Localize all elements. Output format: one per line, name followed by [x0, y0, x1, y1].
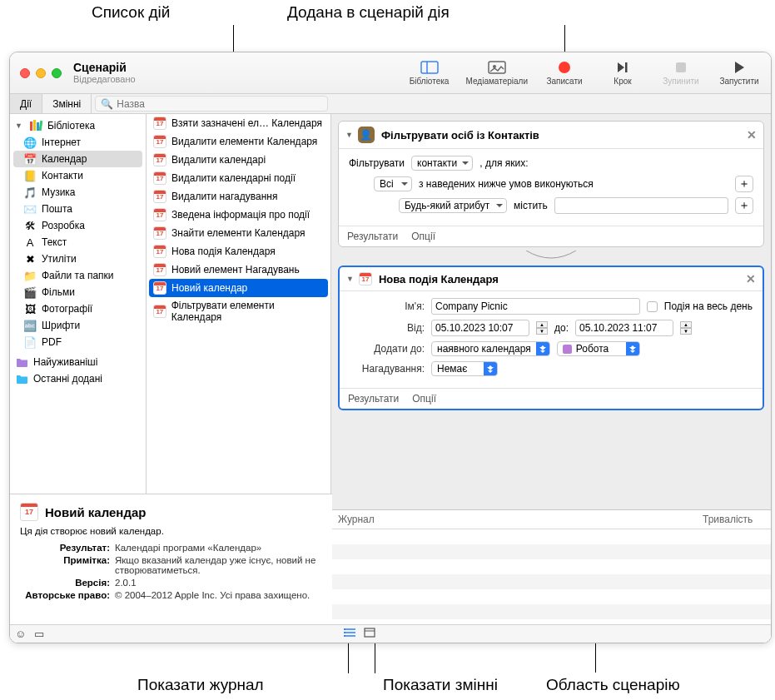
- search-field[interactable]: 🔍: [95, 96, 328, 112]
- to-date-input[interactable]: [575, 320, 673, 336]
- toolbar-media[interactable]: Медіаматеріали: [466, 60, 528, 86]
- all-any-select[interactable]: Всі: [374, 176, 412, 191]
- allday-checkbox[interactable]: [647, 301, 658, 312]
- sidebar-item-3[interactable]: 🎵Музика: [10, 184, 146, 201]
- action-row[interactable]: 17Фільтрувати елементи Календаря: [147, 297, 330, 325]
- action-row[interactable]: 17Взяти зазначені ел… Календаря: [147, 114, 330, 132]
- name-label: Ім'я:: [350, 300, 425, 312]
- callout-show-vars: Показати змінні: [383, 676, 498, 694]
- results-tab[interactable]: Результати: [348, 393, 399, 405]
- filter-actions-tab[interactable]: Дії: [10, 94, 42, 113]
- sidebar-item-icon: 🔤: [23, 319, 37, 332]
- toolbar-run[interactable]: Запустити: [718, 60, 761, 86]
- search-input[interactable]: [117, 98, 322, 110]
- smiley-icon[interactable]: ☺: [15, 628, 26, 640]
- remove-action-button[interactable]: ✕: [747, 128, 757, 141]
- info-copyright-key: Авторське право:: [20, 590, 115, 600]
- action-row[interactable]: 17Видалити нагадування: [147, 187, 330, 206]
- svg-rect-0: [421, 62, 438, 73]
- close-window-button[interactable]: [20, 68, 30, 78]
- calendar-icon: 17: [153, 135, 166, 148]
- show-log-button[interactable]: [344, 628, 355, 640]
- sidebar-footer-item-0[interactable]: Найуживаніші: [10, 354, 146, 370]
- action-label: Знайти елементи Календаря: [171, 227, 306, 239]
- sidebar-item-7[interactable]: ✖Утиліти: [10, 251, 146, 267]
- disclosure-icon[interactable]: ▼: [346, 275, 354, 283]
- results-tab[interactable]: Результати: [347, 231, 398, 242]
- library-group-icon: [29, 119, 42, 132]
- log-col-journal[interactable]: Журнал: [331, 510, 696, 529]
- sidebar-library-label: Бібліотека: [47, 120, 95, 132]
- sidebar-item-1[interactable]: 📅Календар: [13, 151, 142, 167]
- options-tab[interactable]: Опції: [412, 393, 436, 405]
- event-name-input[interactable]: [431, 298, 640, 315]
- callout-line: [375, 643, 375, 673]
- sidebar-item-icon: 🖼: [23, 302, 37, 315]
- sidebar-item-label: Інтернет: [42, 137, 81, 148]
- calendar-icon: 17: [153, 171, 166, 185]
- disclosure-icon[interactable]: ▼: [345, 131, 353, 139]
- from-label: Від:: [350, 322, 425, 334]
- add-condition-button[interactable]: ＋: [735, 197, 753, 214]
- calendar-select[interactable]: Робота: [557, 341, 640, 356]
- sidebar-item-2[interactable]: 📒Контакти: [10, 167, 146, 184]
- log-col-duration[interactable]: Тривалість: [696, 510, 771, 529]
- action-label: Нова подія Календаря: [171, 246, 276, 257]
- add-condition-button[interactable]: ＋: [735, 176, 753, 192]
- calendar-icon: 17: [153, 245, 166, 258]
- sidebar-item-6[interactable]: AТекст: [10, 234, 146, 251]
- sidebar-item-4[interactable]: ✉️Пошта: [10, 201, 146, 217]
- options-tab[interactable]: Опції: [411, 231, 435, 242]
- addto-select[interactable]: наявного календаря: [431, 341, 550, 356]
- stop-icon: [671, 60, 691, 75]
- from-date-input[interactable]: [431, 320, 529, 336]
- sidebar-item-9[interactable]: 🎬Фільми: [10, 284, 146, 300]
- sidebar-item-icon: 🎵: [23, 186, 37, 199]
- sidebar-item-8[interactable]: 📁Файли та папки: [10, 267, 146, 284]
- conditions-label: з наведених нижче умов виконуються: [419, 178, 594, 190]
- toolbar-run-label: Запустити: [719, 77, 758, 86]
- toolbar-library[interactable]: Бібліотека: [408, 60, 451, 86]
- reminder-label: Нагадування:: [350, 363, 425, 375]
- action-label: Фільтрувати елементи Календаря: [171, 300, 324, 323]
- info-note-val: Якщо вказаний календар уже існує, новий …: [115, 555, 322, 575]
- action-row[interactable]: 17Новий елемент Нагадувань: [147, 261, 330, 279]
- contains-value-input[interactable]: [554, 197, 728, 214]
- filter-type-select[interactable]: контакти: [411, 156, 473, 171]
- action-label: Взяти зазначені ел… Календаря: [171, 117, 322, 129]
- action-row[interactable]: 17Видалити елементи Календаря: [147, 132, 330, 151]
- sidebar-footer-item-1[interactable]: Останні додані: [10, 370, 146, 387]
- from-stepper[interactable]: ▲▼: [536, 321, 548, 335]
- sidebar-library-root[interactable]: ▼ Бібліотека: [10, 117, 146, 134]
- action-row[interactable]: 17Знайти елементи Календаря: [147, 224, 330, 242]
- attribute-select[interactable]: Будь-який атрибут: [399, 198, 507, 213]
- reminder-select[interactable]: Немає: [431, 361, 498, 376]
- sidebar-item-12[interactable]: 📄PDF: [10, 334, 146, 350]
- action-row[interactable]: 17Нова подія Календаря: [147, 242, 330, 261]
- action-row[interactable]: 17Зведена інформація про події: [147, 206, 330, 224]
- sidebar-item-0[interactable]: 🌐Інтернет: [10, 134, 146, 151]
- sidebar-item-11[interactable]: 🔤Шрифти: [10, 317, 146, 334]
- sidebar-item-5[interactable]: 🛠Розробка: [10, 217, 146, 234]
- zoom-window-button[interactable]: [52, 68, 62, 78]
- toolbar-step[interactable]: Крок: [601, 60, 644, 86]
- action-row[interactable]: 17Новий календар: [149, 279, 328, 297]
- sidebar-item-10[interactable]: 🖼Фотографії: [10, 300, 146, 317]
- callout-line: [348, 643, 349, 673]
- toolbar-record[interactable]: Записати: [543, 60, 586, 86]
- action-row[interactable]: 17Видалити календарні події: [147, 169, 330, 187]
- action-row[interactable]: 17Видалити календарі: [147, 151, 330, 169]
- calendar-color-chip: [563, 345, 572, 354]
- workflow-action-new-event: ▼ 17 Нова подія Календаря ✕ Ім'я: Подія …: [338, 266, 764, 410]
- minimize-window-button[interactable]: [36, 68, 46, 78]
- panel-toggle-icon[interactable]: ▭: [34, 628, 44, 640]
- addto-label: Додати до:: [350, 343, 425, 355]
- calendar-icon: 17: [20, 503, 38, 521]
- to-stepper[interactable]: ▲▼: [680, 321, 692, 335]
- show-variables-button[interactable]: [364, 628, 375, 640]
- info-version-val: 2.0.1: [115, 578, 322, 588]
- toolbar-record-label: Записати: [546, 77, 582, 86]
- info-result-key: Результат:: [20, 543, 115, 553]
- filter-variables-tab[interactable]: Змінні: [42, 94, 92, 113]
- remove-action-button[interactable]: ✕: [746, 272, 756, 285]
